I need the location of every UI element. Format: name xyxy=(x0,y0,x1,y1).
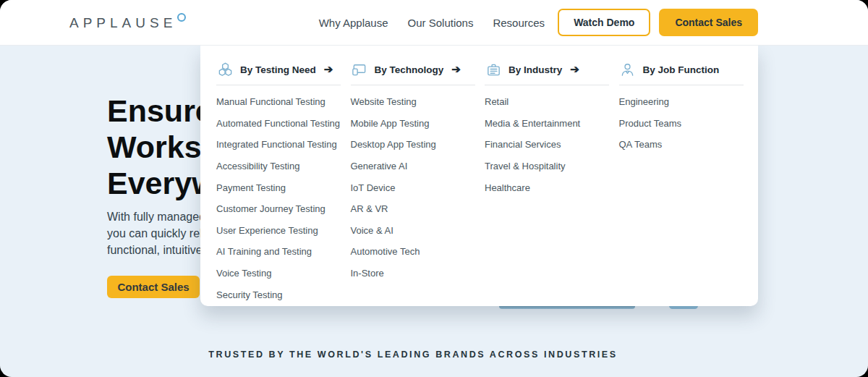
nav-link-our-solutions[interactable]: Our Solutions xyxy=(408,17,474,29)
solutions-mega-menu: By Testing Need ➔ Manual Functional Test… xyxy=(200,46,758,306)
menu-item[interactable]: Automotive Tech xyxy=(351,241,485,263)
menu-item-list: EngineeringProduct TeamsQA Teams xyxy=(619,91,754,156)
menu-item[interactable]: Payment Testing xyxy=(216,177,351,198)
arrow-right-icon: ➔ xyxy=(451,63,461,76)
cubes-icon xyxy=(216,61,234,78)
trusted-brands-banner: TRUSTED BY THE WORLD'S LEADING BRANDS AC… xyxy=(0,350,826,360)
arrow-right-icon: ➔ xyxy=(324,63,333,76)
menu-item-list: Manual Functional TestingAutomated Funct… xyxy=(216,91,351,305)
nav-link-why-applause[interactable]: Why Applause xyxy=(319,17,388,29)
menu-item[interactable]: IoT Device xyxy=(351,177,485,198)
logo-ring-icon xyxy=(177,13,186,22)
menu-item[interactable]: Manual Functional Testing xyxy=(216,91,351,113)
text-line: With fully managed xyxy=(107,208,205,225)
menu-item[interactable]: QA Teams xyxy=(619,134,754,156)
menu-item[interactable]: Security Testing xyxy=(216,284,351,305)
menu-item[interactable]: Customer Journey Testing xyxy=(216,198,351,220)
menu-column-title: By Industry xyxy=(509,64,562,75)
menu-item[interactable]: Automated Functional Testing xyxy=(216,113,351,135)
menu-column-header[interactable]: By Testing Need ➔ xyxy=(216,61,341,85)
person-icon xyxy=(619,61,637,78)
contact-sales-button[interactable]: Contact Sales xyxy=(659,9,758,36)
menu-column-header[interactable]: By Job Function xyxy=(619,61,744,85)
menu-item[interactable]: Media & Entertainment xyxy=(485,113,619,135)
menu-item[interactable]: Desktop App Testing xyxy=(351,134,485,156)
menu-item-list: Website TestingMobile App TestingDesktop… xyxy=(351,91,485,284)
watch-demo-button[interactable]: Watch Demo xyxy=(558,9,650,36)
briefcase-icon xyxy=(485,61,502,78)
hero-paragraph: With fully managedyou can quickly relfun… xyxy=(107,208,205,258)
menu-column: By Technology ➔ Website TestingMobile Ap… xyxy=(351,61,485,306)
menu-item[interactable]: Voice Testing xyxy=(216,263,351,284)
header-buttons: Watch Demo Contact Sales xyxy=(558,9,758,36)
menu-item[interactable]: Healthcare xyxy=(485,177,619,198)
menu-item[interactable]: In-Store xyxy=(351,263,485,284)
text-line: functional, intuitive xyxy=(107,242,205,258)
menu-column: By Testing Need ➔ Manual Functional Test… xyxy=(216,61,351,306)
menu-item[interactable]: Mobile App Testing xyxy=(351,113,485,135)
text-line: you can quickly rel xyxy=(107,225,205,242)
devices-icon xyxy=(351,61,368,78)
site-header: APPLAUSE Why ApplauseOur SolutionsResour… xyxy=(0,0,868,46)
menu-column-header[interactable]: By Industry ➔ xyxy=(485,61,609,85)
menu-item[interactable]: Retail xyxy=(485,91,619,113)
menu-item[interactable]: Travel & Hospitality xyxy=(485,156,619,177)
arrow-right-icon: ➔ xyxy=(570,63,579,76)
menu-column-title: By Technology xyxy=(375,64,444,75)
menu-item[interactable]: Integrated Functional Testing xyxy=(216,134,351,156)
menu-column-title: By Testing Need xyxy=(240,64,316,75)
hero-contact-sales-button[interactable]: Contact Sales xyxy=(107,276,200,298)
menu-item-list: RetailMedia & EntertainmentFinancial Ser… xyxy=(485,91,619,198)
menu-column: By Industry ➔ RetailMedia & Entertainmen… xyxy=(485,61,619,306)
menu-item[interactable]: AR & VR xyxy=(351,198,485,220)
menu-column-header[interactable]: By Technology ➔ xyxy=(351,61,475,85)
menu-item[interactable]: Voice & AI xyxy=(351,220,485,242)
menu-column-title: By Job Function xyxy=(643,64,720,75)
nav-link-resources[interactable]: Resources xyxy=(493,17,545,29)
menu-item[interactable]: Product Teams xyxy=(619,113,754,135)
mega-menu-columns: By Testing Need ➔ Manual Functional Test… xyxy=(216,61,753,306)
page: EnsureWorksEveryw With fully managedyou … xyxy=(0,0,868,377)
menu-item[interactable]: Generative AI xyxy=(351,156,485,177)
menu-item[interactable]: Website Testing xyxy=(351,91,485,113)
menu-item[interactable]: User Experience Testing xyxy=(216,220,351,242)
primary-nav: Why ApplauseOur SolutionsResources xyxy=(319,17,545,29)
logo-text: APPLAUSE xyxy=(69,16,176,30)
menu-item[interactable]: AI Training and Testing xyxy=(216,241,351,263)
menu-item[interactable]: Engineering xyxy=(619,91,754,113)
applause-logo[interactable]: APPLAUSE xyxy=(69,16,186,30)
menu-item[interactable]: Financial Services xyxy=(485,134,619,156)
menu-item[interactable]: Accessibility Testing xyxy=(216,156,351,177)
menu-column: By Job Function EngineeringProduct Teams… xyxy=(619,61,754,306)
